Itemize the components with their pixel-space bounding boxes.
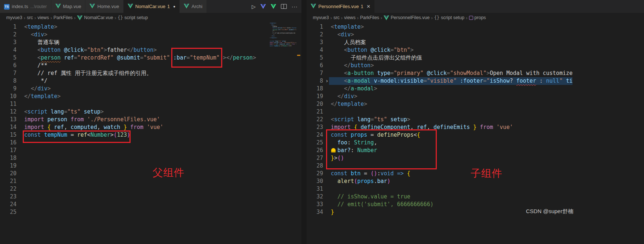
vue-blue-icon[interactable] — [260, 4, 266, 9]
gutter-space — [323, 39, 331, 46]
code-line[interactable]: 22 — [0, 185, 270, 193]
code-line[interactable]: 6 /** — [0, 62, 270, 69]
modified-dot-icon[interactable]: ● — [172, 4, 175, 8]
code-line[interactable]: 24const props = defineProps<{ — [307, 131, 644, 139]
code-line[interactable]: 4 <button @click="btn">father</button> — [0, 46, 270, 54]
close-icon[interactable]: × — [366, 3, 370, 10]
code-line[interactable]: 8› <a-modal v-model:visible="visible" :f… — [307, 77, 644, 85]
code-line[interactable]: 2 <div> — [307, 31, 644, 39]
code-line[interactable]: 5 <person ref="recordRef" @submit="submi… — [0, 54, 270, 62]
code-line[interactable]: 19 </div> — [307, 93, 644, 100]
code-line[interactable]: 21 — [0, 177, 270, 185]
tab-nomalcar.vue[interactable]: NomalCar.vue1● — [124, 0, 180, 13]
line-number: 18 — [307, 85, 323, 93]
code-line[interactable]: 18 — [0, 154, 270, 162]
code-line[interactable]: 34} — [307, 208, 644, 216]
code-line[interactable]: 11 — [0, 100, 270, 108]
code-area-left[interactable]: 1<template>2 <div>3 普通车辆4 <button @click… — [0, 22, 270, 244]
line-number: 7 — [307, 69, 323, 77]
code-line[interactable]: 32 // isShow.value = true — [307, 193, 644, 201]
code-line[interactable]: 16 — [0, 139, 270, 147]
chevron-right-icon: › — [114, 15, 116, 21]
code-line[interactable]: 27}>() — [307, 154, 644, 162]
code-line[interactable]: 1<template> — [0, 23, 270, 31]
split-editor-icon[interactable] — [281, 4, 287, 9]
breadcrumb-item[interactable]: views — [37, 15, 49, 20]
code-line[interactable]: 18 </a-modal> — [307, 85, 644, 93]
tab-index.ts[interactable]: TSindex.ts...\router — [0, 0, 51, 13]
code-line[interactable]: 1<template> — [307, 23, 644, 31]
breadcrumb-label: PersonnelFiles.vue — [391, 15, 429, 20]
line-content: alert(props.bar) — [331, 177, 391, 185]
code-line[interactable]: 7 // ref 属性 用于注册元素或子组件的引用。 — [0, 69, 270, 77]
gutter-space — [323, 23, 331, 31]
gutter-space — [323, 108, 331, 116]
lightbulb-icon[interactable] — [331, 148, 336, 152]
code-line[interactable]: 5 子组件点击后弹出父组件的值 — [307, 54, 644, 62]
line-number: 16 — [0, 139, 17, 147]
code-area-right[interactable]: 1<template>2 <div>3 人员档案4 <button @click… — [307, 22, 644, 244]
code-line[interactable]: 23 — [0, 193, 270, 201]
breadcrumb-item[interactable]: props — [469, 15, 486, 20]
line-content: 人员档案 — [331, 39, 366, 46]
breadcrumb-item[interactable]: ParkFiles — [360, 15, 379, 20]
code-line[interactable]: 22<script lang="ts" setup> — [307, 116, 644, 123]
breadcrumb-item[interactable]: {}script setup — [434, 15, 464, 20]
code-line[interactable]: 33 // emit('submit', 6666666666) — [307, 201, 644, 208]
run-icon[interactable]: ▷ — [252, 4, 256, 10]
minimap[interactable]: <template> <div> 普通车辆 <button @click="bt… — [270, 22, 296, 244]
breadcrumb-item[interactable]: myvue3 — [313, 15, 329, 20]
tab-label: NomalCar.vue — [135, 4, 165, 9]
breadcrumb-item[interactable]: {}script setup — [118, 15, 148, 20]
gutter-space — [323, 62, 331, 69]
code-line[interactable]: 21 — [307, 108, 644, 116]
overview-ruler[interactable] — [296, 22, 301, 244]
breadcrumb-item[interactable]: src — [333, 15, 340, 20]
code-line[interactable]: 14import { ref, computed, watch } from '… — [0, 123, 270, 131]
code-line[interactable]: 24 — [0, 201, 270, 208]
tab-personnelfiles.vue[interactable]: PersonnelFiles.vue1× — [307, 0, 375, 13]
vue-green-icon[interactable] — [271, 4, 276, 9]
code-line[interactable]: 8 */ — [0, 77, 270, 85]
line-number: 6 — [0, 62, 17, 69]
breadcrumb-label: src — [27, 15, 33, 20]
code-line[interactable]: 2 <div> — [0, 31, 270, 39]
code-line[interactable]: 20 — [0, 170, 270, 177]
code-line[interactable]: 6 </button> — [307, 62, 644, 69]
breadcrumb-item[interactable]: src — [27, 15, 33, 20]
gutter-space — [17, 85, 24, 93]
more-icon[interactable]: ··· — [292, 4, 298, 10]
tab-label: index.ts — [12, 4, 28, 9]
breadcrumb-item[interactable]: ParkFiles — [54, 15, 73, 20]
fold-chevron-icon[interactable]: › — [323, 77, 331, 85]
code-line[interactable]: 9 </div> — [0, 85, 270, 93]
tab-home.vue[interactable]: Home.vue — [85, 0, 123, 13]
code-line[interactable]: 25 foo: String, — [307, 139, 644, 147]
code-line[interactable]: 17 — [0, 147, 270, 154]
tab-archi[interactable]: Archi — [180, 0, 207, 13]
code-line[interactable]: 19 — [0, 162, 270, 170]
code-line[interactable]: 12<script lang="ts" setup> — [0, 108, 270, 116]
breadcrumb-item[interactable]: PersonnelFiles.vue — [384, 15, 429, 20]
code-line[interactable]: 15const tempNum = ref<Number>(123) — [0, 131, 270, 139]
code-line[interactable]: 26bar?: Number — [307, 147, 644, 154]
tab-map.vue[interactable]: Map.vue — [51, 0, 86, 13]
line-number: 24 — [307, 131, 323, 139]
editor-group-divider[interactable] — [301, 0, 307, 244]
gutter-space — [323, 177, 331, 185]
breadcrumb-item[interactable]: NomalCar.vue — [77, 15, 113, 20]
code-line[interactable]: 7 <a-button type="primary" @click="showM… — [307, 69, 644, 77]
code-line[interactable]: 31 — [307, 185, 644, 193]
code-line[interactable]: 20</template> — [307, 100, 644, 108]
code-line[interactable]: 3 人员档案 — [307, 39, 644, 46]
code-line[interactable]: 23import { defineComponent, ref, defineE… — [307, 123, 644, 131]
breadcrumb-item[interactable]: myvue3 — [6, 15, 22, 20]
line-content: </div> — [331, 93, 357, 100]
code-line[interactable]: 25 — [0, 208, 270, 216]
gutter-space — [17, 193, 24, 201]
code-line[interactable]: 4 <button @click="btn"> — [307, 46, 644, 54]
code-line[interactable]: 10</template> — [0, 93, 270, 100]
code-line[interactable]: 3 普通车辆 — [0, 39, 270, 46]
breadcrumb-item[interactable]: views — [344, 15, 355, 20]
code-line[interactable]: 13import person from './PersonnelFiles.v… — [0, 116, 270, 123]
